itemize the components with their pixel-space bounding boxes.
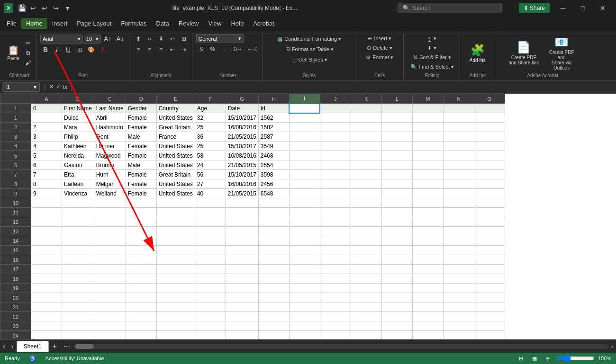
cell-25-12[interactable] (381, 331, 412, 340)
cell-20-2[interactable] (62, 284, 94, 293)
cell-21-10[interactable] (320, 293, 351, 302)
cell-11-7[interactable] (226, 198, 258, 208)
row-header-3[interactable]: 2 (0, 123, 31, 132)
cell-1-13[interactable] (412, 104, 443, 113)
cell-23-1[interactable] (31, 312, 62, 321)
cell-19-6[interactable] (195, 274, 226, 284)
cell-7-11[interactable] (351, 160, 381, 170)
cell-13-8[interactable] (258, 217, 289, 227)
align-left-button[interactable]: ≡ (133, 45, 144, 54)
cell-25-5[interactable] (156, 331, 195, 340)
cell-9-5[interactable]: United States (156, 179, 195, 189)
cell-2-12[interactable] (381, 113, 412, 123)
bold-button[interactable]: B (40, 45, 51, 54)
scroll-right-button[interactable]: › (608, 343, 616, 350)
cell-20-15[interactable] (474, 284, 505, 293)
cell-22-1[interactable] (31, 302, 62, 312)
cell-4-8[interactable]: 2587 (258, 132, 289, 142)
cell-2-8[interactable]: 1562 (258, 113, 289, 123)
cell-23-9[interactable] (289, 312, 320, 321)
cell-6-15[interactable] (474, 151, 505, 160)
cell-9-12[interactable] (381, 179, 412, 189)
cell-6-6[interactable]: 58 (195, 151, 226, 160)
cell-13-9[interactable] (289, 217, 320, 227)
cell-17-15[interactable] (474, 255, 505, 265)
cell-styles-button[interactable]: ▢ Cell Styles ▾ (289, 55, 330, 64)
cell-13-12[interactable] (381, 217, 412, 227)
cell-10-12[interactable] (381, 189, 412, 198)
cell-8-1[interactable]: 7 (31, 170, 62, 179)
cell-5-12[interactable] (381, 142, 412, 151)
cell-10-5[interactable]: United States (156, 189, 195, 198)
cell-25-1[interactable] (31, 331, 62, 340)
cell-21-11[interactable] (351, 293, 381, 302)
cell-12-6[interactable] (195, 208, 226, 217)
cell-10-1[interactable]: 9 (31, 189, 62, 198)
currency-button[interactable]: $ (196, 44, 207, 54)
cell-12-15[interactable] (474, 208, 505, 217)
cell-3-12[interactable] (381, 123, 412, 132)
cell-23-2[interactable] (62, 312, 94, 321)
cell-17-10[interactable] (320, 255, 351, 265)
cell-25-3[interactable] (94, 331, 126, 340)
cell-17-1[interactable] (31, 255, 62, 265)
cell-17-13[interactable] (412, 255, 443, 265)
cell-25-15[interactable] (474, 331, 505, 340)
cell-14-15[interactable] (474, 227, 505, 236)
col-header-m[interactable]: M (412, 94, 443, 104)
row-header-7[interactable]: 6 (0, 160, 31, 170)
number-format-box[interactable]: General ▾ (196, 34, 244, 43)
cell-7-8[interactable]: 2554 (258, 160, 289, 170)
cell-15-14[interactable] (443, 236, 474, 246)
cell-20-6[interactable] (195, 284, 226, 293)
cell-10-13[interactable] (412, 189, 443, 198)
increase-decimal-button[interactable]: .0→ (230, 44, 245, 54)
cell-9-9[interactable] (289, 179, 320, 189)
row-header-21[interactable]: 20 (0, 293, 31, 302)
undo-2-icon[interactable]: ↩ (40, 3, 49, 13)
cell-4-4[interactable]: Male (126, 132, 156, 142)
cell-5-9[interactable] (289, 142, 320, 151)
sheet-menu-button[interactable]: ⋯ (61, 343, 73, 350)
cell-24-11[interactable] (351, 321, 381, 331)
cell-5-4[interactable]: Female (126, 142, 156, 151)
cell-7-5[interactable]: United States (156, 160, 195, 170)
cell-19-15[interactable] (474, 274, 505, 284)
cell-25-14[interactable] (443, 331, 474, 340)
cell-5-7[interactable]: 15/10/2017 (226, 142, 258, 151)
fill-color-button[interactable]: 🎨 (86, 45, 97, 54)
cell-10-4[interactable]: Female (126, 189, 156, 198)
row-header-12[interactable]: 11 (0, 208, 31, 217)
redo-icon[interactable]: ↪ (51, 3, 61, 13)
cell-8-7[interactable]: 15/10/2017 (226, 170, 258, 179)
cell-13-7[interactable] (226, 217, 258, 227)
share-button[interactable]: ⬆ Share (519, 3, 550, 13)
cell-23-12[interactable] (381, 312, 412, 321)
italic-button[interactable]: I (52, 45, 62, 54)
cell-10-3[interactable]: Weiland (94, 189, 126, 198)
cell-19-2[interactable] (62, 274, 94, 284)
cell-21-8[interactable] (258, 293, 289, 302)
cell-16-6[interactable] (195, 246, 226, 255)
cell-7-10[interactable] (320, 160, 351, 170)
cell-16-4[interactable] (126, 246, 156, 255)
cell-19-14[interactable] (443, 274, 474, 284)
cell-22-5[interactable] (156, 302, 195, 312)
cell-1-11[interactable] (351, 104, 381, 113)
row-header-23[interactable]: 22 (0, 312, 31, 321)
cell-19-11[interactable] (351, 274, 381, 284)
cell-24-14[interactable] (443, 321, 474, 331)
row-header-22[interactable]: 21 (0, 302, 31, 312)
cell-10-8[interactable]: 6548 (258, 189, 289, 198)
cell-7-14[interactable] (443, 160, 474, 170)
cell-9-2[interactable]: Earlean (62, 179, 94, 189)
cell-3-13[interactable] (412, 123, 443, 132)
cell-15-1[interactable] (31, 236, 62, 246)
col-header-d[interactable]: D (126, 94, 156, 104)
decrease-font-size-button[interactable]: A↓ (114, 34, 126, 44)
cell-16-2[interactable] (62, 246, 94, 255)
cell-14-1[interactable] (31, 227, 62, 236)
cell-24-5[interactable] (156, 321, 195, 331)
cell-8-13[interactable] (412, 170, 443, 179)
cell-15-10[interactable] (320, 236, 351, 246)
